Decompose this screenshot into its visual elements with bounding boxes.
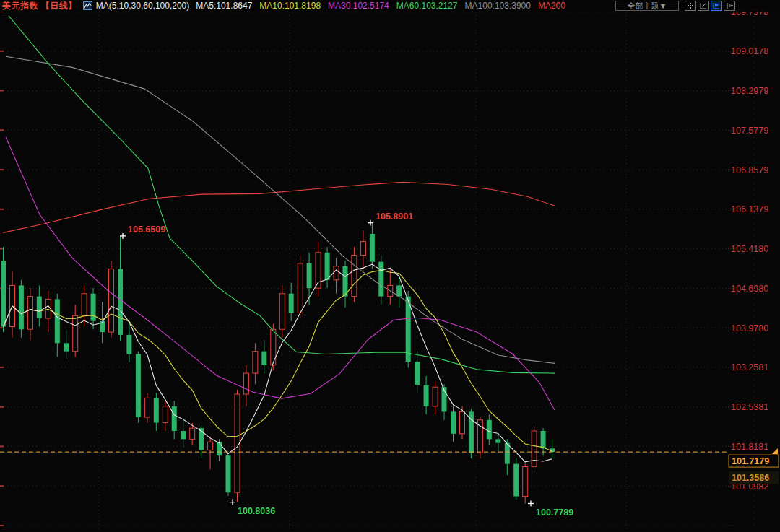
y-axis-label: 103.9780	[731, 323, 768, 333]
candle-body-down[interactable]	[325, 253, 330, 280]
candle-body-down[interactable]	[1, 261, 6, 326]
candle-body-up[interactable]	[162, 406, 168, 423]
candle-body-down[interactable]	[118, 269, 123, 335]
candle-body-up[interactable]	[352, 256, 357, 297]
candle-body-down[interactable]	[396, 285, 402, 296]
candle-body-down[interactable]	[514, 464, 519, 497]
candle-body-down[interactable]	[289, 294, 294, 313]
candle-body-up[interactable]	[360, 242, 365, 256]
candle-body-up[interactable]	[433, 387, 438, 406]
y-axis-label: 109.0178	[731, 46, 768, 56]
symbol-name: 美元指数	[2, 1, 38, 11]
y-axis-label: 105.4180	[731, 244, 768, 254]
y-axis-label: 108.2979	[731, 86, 768, 96]
current-price-label: 101.7179	[732, 456, 769, 466]
candle-body-down[interactable]	[181, 431, 186, 439]
candle-body-down[interactable]	[19, 285, 24, 329]
candle-body-up[interactable]	[523, 467, 528, 497]
candle-body-down[interactable]	[261, 352, 266, 365]
y-axis-label: 103.2581	[731, 362, 768, 372]
ma30-value: MA30:102.5174	[328, 1, 389, 11]
candle-body-up[interactable]	[144, 398, 150, 417]
candle-body-down[interactable]	[136, 354, 141, 418]
candle-body-down[interactable]	[154, 398, 159, 422]
candle-body-down[interactable]	[64, 343, 69, 351]
candle-body-down[interactable]	[451, 411, 456, 433]
candle-body-down[interactable]	[415, 362, 420, 385]
chart-type-icon[interactable]	[83, 1, 92, 10]
candle-body-down[interactable]	[378, 262, 384, 297]
y-axis-label: 104.6980	[731, 284, 768, 294]
ma-config-label: MA(5,10,30,60,100,200)	[96, 1, 189, 11]
candle-body-up[interactable]	[73, 315, 78, 351]
axis-right-active-icon[interactable]	[711, 1, 722, 11]
y-axis-label: 101.8181	[731, 442, 768, 452]
y-axis-label: 106.1379	[731, 204, 768, 214]
candle-body-down[interactable]	[487, 420, 492, 440]
candle-body-up[interactable]	[253, 352, 258, 373]
candle-body-up[interactable]	[271, 329, 276, 365]
y-axis-label: 107.5779	[731, 126, 768, 136]
candle-body-down[interactable]	[541, 431, 546, 448]
candle-body-up[interactable]	[280, 294, 285, 329]
toolbar-icon-group	[685, 1, 735, 11]
candle-body-down[interactable]	[126, 335, 131, 354]
ma10-value: MA10:101.8198	[259, 1, 321, 11]
extreme-price-annotation: 100.7789	[536, 507, 573, 518]
extreme-price-annotation: 105.6509	[128, 224, 165, 235]
candle-body-up[interactable]	[298, 263, 303, 313]
candle-body-down[interactable]	[226, 455, 231, 492]
extreme-price-annotation: 105.8901	[376, 212, 413, 222]
candle-body-up[interactable]	[460, 411, 465, 433]
candle-body-up[interactable]	[208, 442, 213, 450]
ma5-value: MA5:101.8647	[196, 1, 252, 11]
candle-body-up[interactable]	[46, 299, 51, 318]
candle-body-down[interactable]	[343, 266, 348, 297]
candle-body-down[interactable]	[307, 263, 312, 288]
chart-toolbar: 美元指数 【日线】 MA(5,10,30,60,100,200) MA5:101…	[0, 0, 780, 12]
candle-body-down[interactable]	[370, 234, 375, 262]
ma30-line	[6, 137, 555, 410]
symbol-title: 美元指数 【日线】	[2, 0, 77, 12]
period-label: 【日线】	[41, 1, 77, 11]
candle-body-down[interactable]	[505, 443, 510, 464]
candle-body-down[interactable]	[91, 294, 96, 321]
candle-body-down[interactable]	[55, 299, 60, 343]
candlestick-chart[interactable]: 109.7378109.0178108.2979107.5779106.8579…	[0, 0, 780, 532]
candle-body-up[interactable]	[109, 269, 114, 333]
candle-body-down[interactable]	[199, 428, 204, 450]
candle-body-up[interactable]	[27, 297, 32, 330]
app-window: 109.7378109.0178108.2979107.5779106.8579…	[0, 0, 780, 532]
candle-body-down[interactable]	[37, 297, 42, 318]
candle-body-down[interactable]	[172, 406, 177, 431]
ma100-value: MA100:103.3900	[465, 1, 531, 11]
candle-body-up[interactable]	[334, 266, 339, 280]
candle-body-up[interactable]	[243, 373, 248, 394]
secondary-price-label: 101.3586	[732, 473, 769, 483]
candle-body-up[interactable]	[82, 294, 87, 315]
y-axis-label: 106.8579	[731, 165, 768, 175]
candle-body-up[interactable]	[190, 428, 195, 439]
candle-body-up[interactable]	[532, 431, 537, 466]
ma200-value: MA200	[538, 1, 566, 11]
candle-body-down[interactable]	[495, 439, 500, 442]
extreme-price-annotation: 100.8036	[238, 506, 275, 516]
candle-body-down[interactable]	[217, 442, 222, 455]
candle-body-down[interactable]	[424, 385, 429, 406]
axis-left-icon[interactable]	[698, 1, 709, 11]
theme-selector-dropdown[interactable]: 全部主题▼	[615, 1, 679, 11]
pan-right-icon[interactable]	[724, 1, 735, 11]
ma60-value: MA60:103.2127	[396, 1, 458, 11]
price-up-arrow-icon	[772, 448, 778, 454]
ma200-line	[3, 182, 555, 232]
grid-cells-icon[interactable]	[685, 1, 696, 11]
y-axis-label: 102.5381	[731, 402, 768, 412]
